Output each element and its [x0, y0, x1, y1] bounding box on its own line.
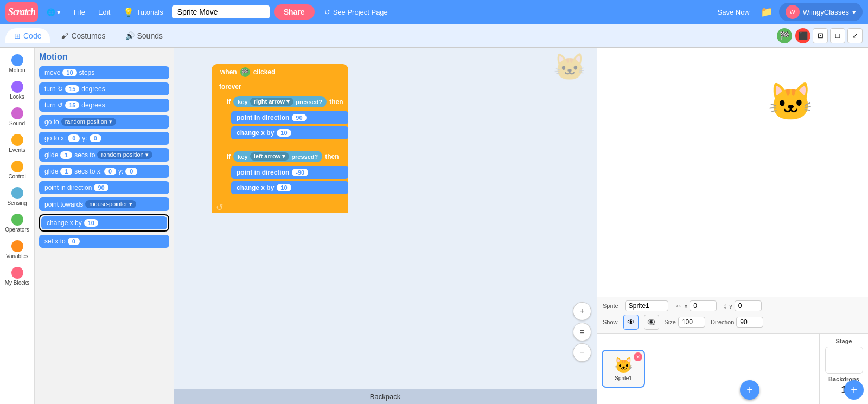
cat-sprite-in-stage[interactable]: 🐱 — [768, 80, 814, 124]
script-main: when 🏁 clicked forever — [212, 64, 348, 213]
if2-change-x[interactable]: change x by 10 — [231, 181, 348, 194]
sound-dot — [11, 107, 23, 119]
if2-point-direction[interactable]: point in direction -90 — [231, 166, 348, 179]
block-glide-xy[interactable]: glide 1 secs to x: 0 y: 0 — [39, 165, 169, 178]
x-coord-input[interactable] — [690, 300, 717, 311]
zoom-reset-button[interactable]: = — [573, 323, 591, 341]
category-motion[interactable]: Motion — [1, 51, 34, 76]
zoom-out-button[interactable]: − — [573, 343, 591, 362]
left-arrow-dropdown[interactable]: left arrow ▾ — [250, 152, 290, 161]
see-project-button[interactable]: ↺ See Project Page — [319, 6, 393, 18]
size-input[interactable] — [678, 317, 705, 328]
block-point-direction[interactable]: point in direction 90 — [39, 181, 169, 194]
block-move-steps[interactable]: move 10 steps — [39, 66, 169, 79]
tab-code[interactable]: ⊞ Code — [5, 28, 50, 43]
small-stage-button[interactable]: ⊡ — [813, 28, 828, 43]
y-coord-input[interactable] — [735, 300, 762, 311]
sprite-thumb-label: Sprite1 — [615, 375, 632, 381]
scratch-logo[interactable]: Scratch — [5, 2, 38, 22]
hat-block[interactable]: when 🏁 clicked — [212, 64, 348, 80]
sprite-name-input[interactable] — [625, 300, 668, 311]
looks-dot — [11, 81, 23, 93]
fullscreen-button[interactable]: ⤢ — [847, 28, 863, 43]
block-turn-cw[interactable]: turn ↻ 15 degrees — [39, 82, 169, 95]
if2-header: if key left arrow ▾ pressed? then — [221, 148, 348, 165]
show-visible-button[interactable]: 👁 — [623, 315, 639, 330]
green-flag-button[interactable]: 🏁 — [777, 28, 792, 43]
forever-block: forever if key right arrow ▾ — [212, 80, 348, 213]
tab-sounds[interactable]: 🔊 Sounds — [117, 28, 171, 43]
x-coord-group: ↔ x — [675, 300, 717, 311]
block-go-to-xy[interactable]: go to x: 0 y: 0 — [39, 132, 169, 145]
if-block-2: if key left arrow ▾ pressed? then — [221, 148, 348, 202]
block-glide-random[interactable]: glide 1 secs to random position ▾ — [39, 148, 169, 162]
tabs-bar: ⊞ Code 🖌 Costumes 🔊 Sounds 🏁 ⬛ ⊡ □ ⤢ — [0, 24, 868, 48]
if1-body: point in direction 90 change x by 10 — [231, 110, 348, 142]
project-name-input[interactable] — [172, 5, 270, 18]
sprite-thumb-sprite1[interactable]: ✕ 🐱 Sprite1 — [602, 350, 645, 388]
forever-end-cap: ↺ — [212, 202, 348, 213]
user-menu-button[interactable]: W WiingyClasses ▾ — [779, 3, 863, 21]
block-set-x[interactable]: set x to 0 — [39, 235, 169, 248]
user-avatar: W — [786, 5, 800, 19]
category-myblocks[interactable]: My Blocks — [1, 264, 34, 289]
stage-thumbnail[interactable] — [825, 347, 863, 374]
show-hidden-button[interactable]: 👁‍🗨 — [644, 315, 659, 330]
control-dot — [11, 161, 23, 172]
variables-dot — [11, 240, 23, 252]
block-change-x-highlighted-wrapper: change x by 10 — [39, 214, 169, 232]
motion-dot — [11, 54, 23, 66]
right-arrow-dropdown[interactable]: right arrow ▾ — [250, 98, 294, 106]
file-menu[interactable]: File — [69, 6, 90, 18]
blocks-panel: Motion move 10 steps turn ↻ 15 degrees t… — [35, 48, 174, 404]
right-panel: 🐱 Sprite ↔ x ↕ y Show 👁 — [597, 48, 868, 404]
language-button[interactable]: 🌐 ▾ — [42, 6, 65, 18]
folder-icon[interactable]: 📁 — [758, 4, 775, 20]
if1-point-direction[interactable]: point in direction 90 — [231, 111, 348, 124]
script-container: when 🏁 clicked forever — [212, 64, 348, 213]
backpack-bar[interactable]: Backpack — [174, 389, 597, 404]
category-control[interactable]: Control — [1, 157, 34, 183]
category-operators[interactable]: Operators — [1, 210, 34, 236]
user-chevron-icon: ▾ — [852, 8, 856, 16]
sensing-dot — [11, 187, 23, 199]
x-arrow-icon: ↔ — [675, 302, 682, 310]
save-now-button[interactable]: Save Now — [713, 6, 754, 18]
forever-label: forever — [212, 80, 348, 93]
category-sensing[interactable]: Sensing — [1, 184, 34, 209]
block-turn-ccw[interactable]: turn ↺ 15 degrees — [39, 99, 169, 112]
top-nav: Scratch 🌐 ▾ File Edit 💡 Tutorials Share … — [0, 0, 868, 24]
category-sidebar: Motion Looks Sound Events Control Sensin… — [0, 48, 35, 404]
direction-group: Direction — [711, 317, 763, 328]
flag-icon-in-block: 🏁 — [240, 67, 250, 77]
add-stage-button[interactable]: + — [844, 380, 864, 400]
show-row: Show 👁 👁‍🗨 Size Direction — [603, 315, 863, 330]
tab-costumes[interactable]: 🖌 Costumes — [52, 28, 114, 43]
category-events[interactable]: Events — [1, 131, 34, 156]
category-sound[interactable]: Sound — [1, 104, 34, 130]
block-go-to[interactable]: go to random position ▾ — [39, 115, 169, 129]
category-looks[interactable]: Looks — [1, 78, 34, 103]
add-sprite-button[interactable]: + — [740, 380, 760, 400]
sprite-delete-button[interactable]: ✕ — [634, 352, 642, 361]
size-group: Size — [665, 317, 705, 328]
if2-condition[interactable]: key left arrow ▾ pressed? — [233, 151, 322, 162]
if1-change-x[interactable]: change x by 10 — [231, 126, 348, 139]
if1-condition[interactable]: key right arrow ▾ pressed? — [233, 96, 327, 107]
operators-dot — [11, 214, 23, 226]
y-arrow-icon: ↕ — [723, 302, 727, 310]
zoom-in-button[interactable]: + — [573, 302, 591, 320]
main-area: Motion Looks Sound Events Control Sensin… — [0, 48, 868, 404]
block-point-towards[interactable]: point towards mouse-pointer ▾ — [39, 197, 169, 211]
stop-button[interactable]: ⬛ — [795, 28, 810, 43]
share-button[interactable]: Share — [274, 4, 315, 20]
edit-menu[interactable]: Edit — [94, 6, 114, 18]
code-canvas[interactable]: 🐱 when 🏁 clicked forever — [174, 48, 597, 389]
block-change-x[interactable]: change x by 10 — [41, 216, 167, 229]
tutorials-menu[interactable]: 💡 Tutorials — [119, 5, 167, 20]
direction-input[interactable] — [736, 317, 763, 328]
category-variables[interactable]: Variables — [1, 237, 34, 262]
if1-end-cap — [221, 142, 348, 147]
forever-body: if key right arrow ▾ pressed? then — [221, 93, 348, 202]
large-stage-button[interactable]: □ — [830, 28, 845, 43]
